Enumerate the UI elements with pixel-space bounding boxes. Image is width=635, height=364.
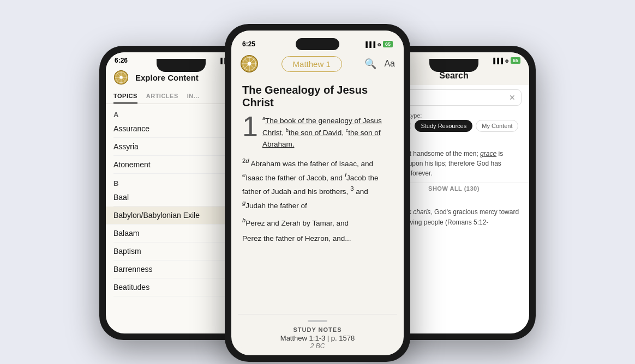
study-notes-ref: Matthew 1:1-3 | p. 1578 — [238, 334, 397, 342]
dynamic-island — [296, 38, 339, 50]
wifi-icon-r: ⌾ — [505, 58, 508, 64]
verse-number-1: 1 — [242, 112, 258, 150]
highlight-grace: grace — [480, 150, 496, 157]
verse-1-block: 1 aThe book of the genealogy of Jesus Ch… — [242, 114, 393, 150]
battery-icon-r: 65 — [511, 57, 520, 64]
search-icon[interactable]: 🔍 — [364, 58, 376, 70]
center-phone: 6:25 ▐▐▐ ⌾ 65 — [225, 24, 410, 362]
tab-index[interactable]: IN... — [187, 89, 200, 104]
bible-header: Matthew 1 🔍 Aa — [231, 50, 404, 77]
status-icons-right: ▐▐▐ ⌾ 65 — [492, 57, 520, 64]
signal-icon-r: ▐▐▐ — [492, 58, 503, 64]
bible-logo[interactable] — [240, 54, 259, 73]
verse-1-text: aThe book of the genealogy of Jesus Chri… — [262, 114, 393, 150]
verse-3-block: hPerez and Zerah by Tamar, and — [242, 215, 393, 229]
superscript-h: h — [242, 217, 245, 223]
font-size-icon[interactable]: Aa — [384, 59, 395, 69]
tab-topics[interactable]: TOPICS — [113, 89, 137, 104]
verse-2-block: 2d Abraham was the father of Isaac, and … — [242, 156, 393, 212]
study-notes-label: STUDY NOTES — [238, 326, 397, 333]
bible-content: The Genealogy of Jesus Christ 1 aThe boo… — [231, 77, 404, 326]
battery-icon-c: 65 — [383, 41, 393, 47]
chapter-title: The Genealogy of Jesus Christ — [242, 84, 393, 109]
superscript-f: f — [345, 172, 346, 178]
notch-right — [429, 59, 478, 72]
explore-title: Explore Content — [135, 73, 199, 82]
study-notes-bar[interactable]: STUDY NOTES Matthew 1:1-3 | p. 1578 2 BC — [238, 314, 397, 355]
chapter-selector[interactable]: Matthew 1 — [281, 56, 342, 72]
search-title: Search — [439, 71, 468, 80]
tab-articles[interactable]: ARTICLES — [146, 89, 178, 104]
time-center: 6:25 — [242, 40, 255, 48]
time-left: 6:26 — [115, 57, 128, 64]
superscript-e: e — [242, 172, 245, 178]
clear-search-button[interactable]: ✕ — [509, 93, 516, 102]
sheet-handle — [308, 320, 327, 322]
verse-num-3: 3 — [350, 185, 354, 192]
app-logo-left — [113, 70, 129, 85]
superscript-d: d — [245, 157, 249, 164]
pill-study-resources[interactable]: Study Resources — [415, 120, 472, 132]
header-actions: 🔍 Aa — [364, 58, 395, 70]
svg-point-6 — [119, 76, 123, 79]
study-notes-date: 2 BC — [238, 342, 397, 350]
wifi-icon-c: ⌾ — [378, 41, 381, 47]
pill-my-content[interactable]: My Content — [476, 120, 518, 132]
verse-continuation: Perez the father of Hezron, and... — [242, 233, 393, 245]
status-icons-center: ▐▐▐ ⌾ 65 — [364, 41, 393, 47]
notch-left — [157, 59, 206, 72]
svg-point-13 — [248, 62, 251, 66]
signal-icon-c: ▐▐▐ — [364, 41, 375, 47]
superscript-g: g — [242, 199, 245, 206]
